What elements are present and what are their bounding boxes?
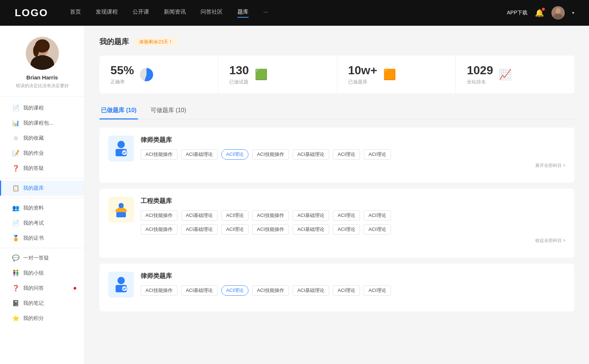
profile-icon: 👥 [12, 204, 20, 211]
sidebar-item-certificate[interactable]: 🏅 我的证书 [0, 231, 84, 246]
nav-question-bank[interactable]: 题库 [237, 8, 248, 18]
qa-notification-dot [74, 287, 76, 289]
tab-available-banks[interactable]: 可做题库 (10) [149, 104, 188, 119]
tag[interactable]: ACI理论 [221, 210, 248, 221]
sidebar-divider-2 [0, 198, 84, 198]
tag[interactable]: ACI基础理论 [181, 149, 218, 160]
done-questions-number: 130 [229, 64, 249, 77]
qb-lawyer-1-title: 律师类题库 [141, 136, 565, 144]
ranking-number: 1029 [467, 64, 493, 77]
tag[interactable]: ACI理论 [364, 210, 391, 221]
svg-rect-13 [116, 212, 126, 217]
tag[interactable]: ACI理论 [364, 224, 391, 235]
stat-done-banks: 10w+ 已做题库 🟧 [337, 56, 456, 93]
tag[interactable]: ACI基础理论 [293, 210, 329, 221]
sidebar-item-points[interactable]: ⭐ 我的积分 [0, 311, 84, 326]
qb-card-lawyer-2: 律师类题库 ACI技能操作 ACI基础理论 ACI理论 ACI技能操作 ACI基… [99, 264, 574, 311]
qb-lawyer-icon-2 [108, 272, 134, 297]
tag[interactable]: ACI理论 [333, 210, 360, 221]
points-icon: ⭐ [12, 315, 20, 322]
nav-open[interactable]: 公开课 [133, 8, 149, 18]
sidebar-item-favorites[interactable]: ☆ 我的收藏 [0, 131, 84, 146]
qb-lawyer-2-tags: ACI技能操作 ACI基础理论 ACI理论 ACI技能操作 ACI基础理论 AC… [141, 285, 565, 296]
favorites-icon: ☆ [12, 135, 20, 142]
sidebar: Brian Harris 错误的决定比没有决定要好 📄 我的课程 📊 我的课程包… [0, 26, 85, 364]
tag[interactable]: ACI技能操作 [252, 285, 289, 296]
tag[interactable]: ACI技能操作 [141, 224, 177, 235]
tag[interactable]: ACI基础理论 [181, 210, 218, 221]
sidebar-item-exam[interactable]: 📄 我的考试 [0, 215, 84, 231]
tag[interactable]: ACI基础理论 [293, 149, 329, 160]
tag[interactable]: ACI技能操作 [141, 149, 177, 160]
tag[interactable]: ACI基础理论 [293, 285, 329, 296]
sidebar-item-group[interactable]: 👫 我的小组 [0, 265, 84, 281]
page-title-row: 我的题库 体验剩余23天！ [99, 37, 574, 47]
tag[interactable]: ACI基础理论 [181, 224, 218, 235]
stat-ranking: 1029 全站排名 📈 [456, 56, 574, 93]
qb-engineer-collapse[interactable]: 收起全部科目 > [141, 238, 565, 244]
tag[interactable]: ACI技能操作 [252, 224, 289, 235]
sidebar-item-certificate-label: 我的证书 [23, 235, 44, 242]
nav-news[interactable]: 新闻资讯 [164, 8, 186, 18]
qb-lawyer-1-expand[interactable]: 展开全部科目 > [141, 163, 565, 169]
sidebar-item-my-qa[interactable]: ❓ 我的问答 [0, 281, 84, 296]
avatar[interactable] [551, 6, 565, 19]
sidebar-item-questions[interactable]: ❓ 我的答疑 [0, 161, 84, 176]
course-package-icon: 📊 [12, 119, 20, 126]
sidebar-item-courses[interactable]: 📄 我的课程 [0, 100, 84, 115]
questions-icon: ❓ [12, 165, 20, 172]
tag[interactable]: ACI技能操作 [141, 210, 177, 221]
exam-icon: 📄 [12, 220, 20, 226]
navbar: LOGO 首页 发现课程 公开课 新闻资讯 问答社区 题库 ··· APP下载 … [0, 0, 589, 26]
tag[interactable]: ACI技能操作 [141, 285, 177, 296]
sidebar-item-question-bank[interactable]: 📋 我的题库 [0, 181, 84, 196]
notification-bell[interactable]: 🔔 [535, 8, 544, 17]
tag[interactable]: ACI理论 [333, 285, 360, 296]
tab-done-banks[interactable]: 已做题库 (10) [99, 104, 138, 119]
qb-lawyer-2-title: 律师类题库 [141, 272, 565, 280]
stat-done-questions: 130 已做试题 🟩 [218, 56, 337, 93]
notes-icon: 📓 [12, 300, 20, 307]
tag[interactable]: ACI理论 [364, 285, 391, 296]
nav-more[interactable]: ··· [263, 8, 268, 18]
sidebar-item-my-qa-label: 我的问答 [23, 285, 44, 292]
accuracy-chart [140, 68, 153, 81]
sidebar-item-notes[interactable]: 📓 我的笔记 [0, 296, 84, 311]
tag[interactable]: ACI技能操作 [252, 149, 289, 160]
nav-home[interactable]: 首页 [70, 8, 81, 18]
tag[interactable]: ACI技能操作 [252, 210, 289, 221]
sidebar-item-question-bank-label: 我的题库 [23, 185, 44, 192]
nav-qa[interactable]: 问答社区 [201, 8, 223, 18]
sidebar-menu: 📄 我的课程 📊 我的课程包... ☆ 我的收藏 📝 我的作业 ❓ 我的答疑 � [0, 100, 84, 326]
trial-badge: 体验剩余23天！ [134, 38, 178, 46]
svg-point-14 [117, 277, 125, 284]
qb-engineer-title: 工程类题库 [141, 197, 565, 205]
my-qa-icon: ❓ [12, 285, 20, 292]
tag[interactable]: ACI理论 [333, 149, 360, 160]
sidebar-item-favorites-label: 我的收藏 [23, 135, 44, 142]
user-menu-chevron[interactable]: ▾ [572, 10, 574, 15]
sidebar-item-questions-label: 我的答疑 [23, 165, 44, 172]
tag[interactable]: ACI理论 [221, 224, 248, 235]
sidebar-item-homework[interactable]: 📝 我的作业 [0, 146, 84, 161]
accuracy-label: 正确率 [110, 79, 134, 85]
stats-row: 55% 正确率 130 已做试题 🟩 10w+ 已做题库 🟧 [99, 56, 574, 93]
tag-selected[interactable]: ACI理论 [221, 285, 248, 296]
sidebar-item-tutoring[interactable]: 💬 一对一答疑 [0, 250, 84, 265]
qb-card-lawyer-1: 律师类题库 ACI技能操作 ACI基础理论 ACI理论 ACI技能操作 ACI基… [99, 128, 574, 183]
done-banks-number: 10w+ [348, 64, 377, 77]
tag[interactable]: ACI理论 [333, 224, 360, 235]
svg-point-7 [33, 45, 39, 57]
qb-engineer-tags-row2: ACI技能操作 ACI基础理论 ACI理论 ACI技能操作 ACI基础理论 AC… [141, 224, 565, 235]
sidebar-item-profile[interactable]: 👥 我的资料 [0, 200, 84, 215]
question-bank-icon: 📋 [12, 185, 20, 192]
nav-courses[interactable]: 发现课程 [96, 8, 118, 18]
tag[interactable]: ACI理论 [364, 149, 391, 160]
sidebar-item-course-package[interactable]: 📊 我的课程包... [0, 115, 84, 131]
sidebar-item-homework-label: 我的作业 [23, 150, 44, 157]
notification-dot [542, 8, 545, 11]
tag[interactable]: ACI基础理论 [181, 285, 218, 296]
tag[interactable]: ACI基础理论 [293, 224, 329, 235]
tag-selected[interactable]: ACI理论 [221, 149, 248, 160]
app-download[interactable]: APP下载 [507, 10, 528, 16]
